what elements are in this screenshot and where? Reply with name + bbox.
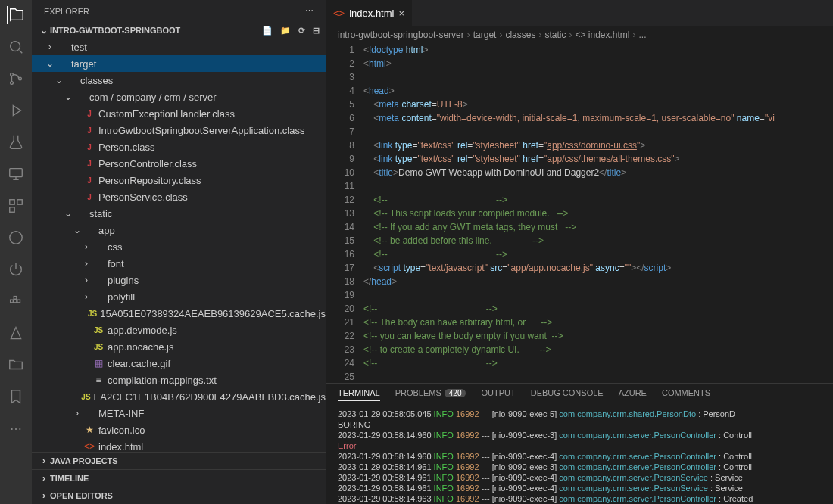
terminal-tab[interactable]: COMMENTS — [662, 388, 710, 401]
power-icon[interactable] — [7, 260, 25, 278]
source-control-icon[interactable] — [7, 70, 25, 88]
terminal-tab[interactable]: DEBUG CONSOLE — [531, 388, 604, 401]
tree-item[interactable]: JSEA2CFC1E1B04B762D900F4279AABFBD3.cache… — [32, 388, 326, 405]
breadcrumb-item[interactable]: <> index.html — [575, 30, 629, 40]
chevron-icon[interactable]: › — [80, 258, 92, 269]
breadcrumb-item[interactable]: static — [544, 30, 566, 40]
tree-item[interactable]: JCustomExceptionHandler.class — [32, 105, 326, 122]
remote-icon[interactable] — [7, 165, 25, 183]
chevron-icon[interactable]: ⌄ — [71, 225, 83, 235]
tree-item[interactable]: ›font — [32, 255, 326, 272]
tree-item[interactable]: JPersonService.class — [32, 188, 326, 205]
tree-item[interactable]: ›test — [32, 39, 326, 55]
breadcrumbs[interactable]: intro-gwtboot-springboot-server › target… — [326, 26, 833, 43]
tab-index-html[interactable]: <> index.html × — [326, 0, 412, 26]
liveshare-icon[interactable] — [7, 229, 25, 247]
tree-item-label: index.html — [98, 441, 143, 453]
chevron-icon[interactable]: › — [71, 408, 83, 418]
tree-item[interactable]: JSapp.devmode.js — [32, 322, 326, 338]
tree-item[interactable]: JPersonRepository.class — [32, 172, 326, 188]
collapsed-section[interactable]: › TIMELINE — [32, 469, 326, 487]
tree-item[interactable]: JS15A051E07389324AEAEB96139629ACE5.cache… — [32, 305, 326, 322]
editor-area: <> index.html × intro-gwtboot-springboot… — [326, 0, 833, 504]
tree-item[interactable]: <>index.html — [32, 438, 326, 452]
line-number: 22 — [326, 329, 354, 343]
terminal-output[interactable]: 2023-01-29 00:58:05.045 INFO 16992 --- [… — [326, 406, 833, 504]
terminal-tab[interactable]: TERMINAL — [338, 388, 380, 401]
collapsed-section[interactable]: › JAVA PROJECTS — [32, 452, 326, 469]
tree-item[interactable]: JPerson.class — [32, 138, 326, 155]
tree-item-label: target — [71, 58, 96, 70]
code-line: </head> — [363, 275, 833, 288]
search-icon[interactable] — [7, 38, 25, 56]
chevron-icon[interactable]: ⌄ — [62, 208, 74, 219]
js-icon: JS — [92, 343, 105, 351]
chevron-icon[interactable]: ⌄ — [44, 58, 56, 69]
refresh-icon[interactable]: ⟳ — [298, 26, 305, 36]
tab-label: index.html — [349, 8, 394, 19]
debug-icon[interactable] — [7, 101, 25, 120]
breadcrumb-item[interactable]: target — [473, 30, 497, 40]
tree-item[interactable]: ⌄classes — [32, 72, 326, 89]
chevron-icon[interactable]: › — [80, 291, 92, 302]
code-line: <!-- The body can have arbitrary html, o… — [363, 316, 833, 329]
tree-item[interactable]: ≡compilation-mappings.txt — [32, 372, 326, 388]
svg-point-0 — [11, 42, 20, 51]
code-line: <!-- --> — [363, 356, 833, 370]
bookmark-icon[interactable] — [7, 387, 25, 406]
tree-item[interactable]: ⌄target — [32, 55, 326, 72]
file-tree: ›test⌄target⌄classes⌄com / company / crm… — [32, 39, 326, 452]
tree-item[interactable]: ★favicon.ico — [32, 422, 326, 438]
terminal-tab[interactable]: PROBLEMS420 — [395, 388, 466, 401]
chevron-icon[interactable]: › — [80, 241, 92, 252]
tree-item[interactable]: JPersonController.class — [32, 155, 326, 172]
breadcrumb-item[interactable]: ... — [639, 30, 647, 40]
tree-item[interactable]: ›plugins — [32, 272, 326, 288]
tree-item[interactable]: ›polyfill — [32, 288, 326, 305]
tree-item[interactable]: JSapp.nocache.js — [32, 338, 326, 355]
line-number: 14 — [326, 220, 354, 234]
terminal-tab[interactable]: AZURE — [619, 388, 647, 401]
chevron-icon[interactable]: ⌄ — [53, 75, 65, 86]
collapsed-section[interactable]: › OPEN EDITORS — [32, 487, 326, 504]
more-icon[interactable]: ⋯ — [7, 419, 25, 437]
collapse-icon[interactable]: ⊟ — [313, 26, 320, 36]
tree-item[interactable]: ›css — [32, 238, 326, 255]
java-icon: J — [83, 160, 95, 168]
chevron-icon[interactable]: › — [44, 42, 56, 52]
breadcrumb-item[interactable]: classes — [505, 30, 535, 40]
code-editor[interactable]: 1234567891011121314151617181920212223242… — [326, 43, 833, 383]
sidebar-more-icon[interactable]: ⋯ — [305, 6, 314, 16]
chevron-icon[interactable]: › — [80, 275, 92, 285]
code-line: <meta charset=UTF-8> — [363, 98, 833, 111]
chevron-icon[interactable]: ⌄ — [62, 92, 74, 102]
log-line: Error — [338, 440, 821, 451]
html-icon: <> — [83, 441, 95, 452]
tree-item[interactable]: ⌄app — [32, 222, 326, 238]
log-line: 2023-01-29 00:58:14.961 INFO 16992 --- [… — [338, 483, 821, 493]
terminal-tab[interactable]: OUTPUT — [481, 388, 515, 401]
explorer-icon[interactable] — [7, 6, 25, 24]
docker-icon[interactable] — [7, 292, 25, 310]
tree-item[interactable]: ⌄static — [32, 205, 326, 222]
tree-item[interactable]: ▦clear.cache.gif — [32, 355, 326, 372]
azure-icon[interactable] — [7, 324, 25, 342]
close-icon[interactable]: × — [398, 8, 404, 19]
new-file-icon[interactable]: 📄 — [262, 26, 273, 36]
svg-point-8 — [10, 232, 23, 244]
chevron-down-icon[interactable]: ⌄ — [38, 25, 50, 36]
folder-icon[interactable] — [7, 356, 25, 374]
code-line — [363, 370, 833, 383]
tree-item[interactable]: ›META-INF — [32, 405, 326, 422]
code-line: <html> — [363, 57, 833, 70]
activity-bar: ⋯ — [0, 0, 32, 504]
line-number: 16 — [326, 247, 354, 261]
extensions-icon[interactable] — [7, 197, 25, 215]
line-number: 10 — [326, 166, 354, 179]
new-folder-icon[interactable]: 📁 — [280, 26, 291, 36]
tree-item-label: app.nocache.js — [108, 341, 173, 353]
breadcrumb-item[interactable]: intro-gwtboot-springboot-server — [338, 30, 464, 40]
test-icon[interactable] — [7, 133, 25, 151]
tree-item[interactable]: JIntroGwtbootSpringbootServerApplication… — [32, 122, 326, 138]
tree-item[interactable]: ⌄com / company / crm / server — [32, 89, 326, 105]
